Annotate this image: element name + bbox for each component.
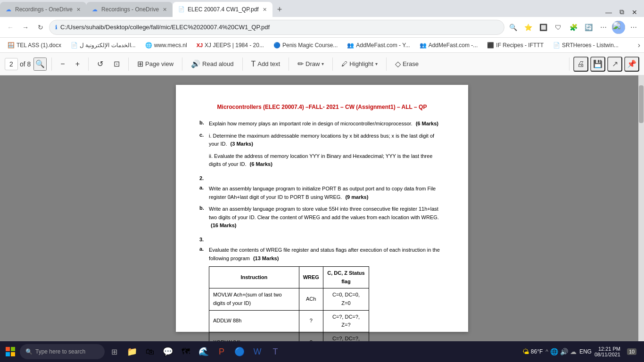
- table-header-flags: C, DC, Z Status flag: [323, 267, 369, 288]
- fit-icon: ⊡: [114, 59, 120, 68]
- tab-close-1[interactable]: ✕: [76, 7, 81, 13]
- pdf-search-button[interactable]: 🔍: [33, 58, 47, 71]
- scroll-bar[interactable]: [638, 75, 644, 341]
- pin-button[interactable]: 📌: [624, 57, 639, 72]
- reload-button[interactable]: ↻: [34, 21, 47, 34]
- edge-button[interactable]: 🌊: [195, 343, 212, 360]
- tab-recordings-1[interactable]: ☁ Recordings - OneDrive ✕: [0, 2, 86, 17]
- profile-button[interactable]: [612, 21, 625, 34]
- settings-button[interactable]: ⋯: [597, 21, 610, 34]
- read-aloud-button[interactable]: 🔊 Read aloud: [187, 58, 238, 70]
- collections-button[interactable]: 🔲: [537, 21, 550, 34]
- back-button[interactable]: ←: [4, 21, 17, 34]
- rotate-button[interactable]: ↺: [93, 58, 107, 70]
- q2b-content: Write an assembly language program to st…: [209, 205, 445, 230]
- clock[interactable]: 12:21 PM 08/11/2021: [594, 346, 620, 357]
- close-button[interactable]: ✕: [629, 8, 640, 17]
- bookmark-tel-ass[interactable]: 🪟 TEL ASS (1).docx: [4, 41, 65, 49]
- table-cell-wreg-1: ACh: [299, 288, 323, 310]
- erase-icon: ◇: [395, 59, 401, 68]
- erase-button[interactable]: ◇ Erase: [391, 58, 422, 70]
- open-button[interactable]: ↗: [607, 57, 622, 72]
- question-3a: a. Evaluate the contents of WREG file re…: [199, 246, 445, 341]
- search-icon: 🔍: [25, 348, 33, 355]
- bookmark-icon-1: 🪟: [8, 42, 15, 49]
- browser-essentials[interactable]: 🛡: [552, 21, 565, 34]
- pdf-title: Microcontrollers (ELEC 20007.4) –FALL- 2…: [199, 104, 445, 110]
- bookmark-srtheroes[interactable]: 📄 SRTHeroes - Listwin...: [549, 41, 622, 49]
- file-explorer-button[interactable]: 📁: [124, 343, 140, 360]
- tab-recordings-2[interactable]: ☁ Recordings - OneDrive ✕: [86, 2, 173, 17]
- network-icon[interactable]: 🌐: [550, 348, 558, 355]
- tab-close-3[interactable]: ✕: [263, 7, 267, 13]
- page-number-input[interactable]: [5, 58, 18, 70]
- bookmark-mecs[interactable]: 🌐 www.mecs.nl: [141, 41, 191, 49]
- whatsapp-button[interactable]: 💬: [159, 343, 176, 360]
- highlight-button[interactable]: 🖊 Highlight ▾: [338, 58, 381, 69]
- print-button[interactable]: 🖨: [573, 57, 588, 72]
- address-bar[interactable]: ℹ C:/Users/suhaib/Desktop/college/fall/m…: [49, 20, 504, 35]
- time-display: 12:21 PM: [594, 346, 620, 352]
- q1c-sub-ii-marks: (6 Marks): [250, 161, 272, 167]
- draw-button[interactable]: ✏ Draw ▾: [294, 58, 328, 70]
- bookmark-penis-magic[interactable]: 🔵 Penis Magic Course...: [270, 41, 341, 49]
- scroll-thumb[interactable]: [639, 85, 644, 123]
- whatsapp-icon: 💬: [163, 346, 173, 357]
- taskbar-search-box[interactable]: 🔍 Type here to search: [20, 344, 105, 359]
- q1c-sub-i-marks: (3 Marks): [231, 141, 253, 147]
- tab-pdf[interactable]: 📄 ELEC 20007.4 CW1_QP.pdf ✕: [173, 2, 272, 17]
- read-aloud-icon: 🔊: [191, 59, 200, 68]
- chrome-button[interactable]: 🔵: [231, 343, 248, 360]
- teams-button[interactable]: T: [267, 343, 284, 360]
- powerpoint-button[interactable]: P: [213, 343, 230, 360]
- fit-page-button[interactable]: ⊡: [110, 58, 124, 70]
- bookmarks-more-button[interactable]: ›: [638, 41, 640, 49]
- tab-favicon-1: ☁: [6, 6, 12, 13]
- minimize-button[interactable]: —: [603, 8, 615, 17]
- bookmark-if-recipes[interactable]: ⬛ IF Recipes - IFTTT: [483, 41, 547, 49]
- extensions-button[interactable]: 🧩: [567, 21, 580, 34]
- more-button[interactable]: ⋯: [627, 21, 640, 34]
- restore-button[interactable]: ⧉: [617, 7, 627, 17]
- separator-9: [569, 58, 570, 71]
- separator-1: [51, 58, 52, 71]
- bookmark-xj-jeeps[interactable]: XJ XJ JEEPS | 1984 - 20...: [193, 41, 268, 49]
- windows-logo-icon: [6, 347, 15, 356]
- new-tab-button[interactable]: +: [272, 2, 287, 17]
- q3a-text-wrap: Evaluate the contents of WREG file regis…: [209, 246, 445, 263]
- add-text-button[interactable]: T Add text: [248, 58, 284, 70]
- rotate-icon: ↺: [97, 59, 103, 68]
- system-tray: 🌤 86°F: [522, 348, 543, 355]
- q2a-marks: (9 marks): [345, 194, 368, 200]
- bookmark-label-6: AddMeFast.com - Y...: [356, 42, 410, 49]
- maps-button[interactable]: 🗺: [177, 343, 194, 360]
- word-button[interactable]: W: [249, 343, 266, 360]
- bookmark-addmefast-1[interactable]: 👥 AddMeFast.com - Y...: [343, 41, 413, 49]
- notification-button[interactable]: 10: [623, 343, 640, 360]
- table-row-2: ADDLW 88h ? C=?, DC=?, Z=?: [209, 310, 369, 332]
- date-display: 08/11/2021: [594, 352, 620, 357]
- page-view-button[interactable]: ⊞ Page view: [133, 58, 177, 70]
- forward-button[interactable]: →: [19, 21, 32, 34]
- search-button[interactable]: 🔍: [506, 21, 520, 34]
- q2b-text: Write an assembly language program to st…: [209, 206, 439, 220]
- zoom-out-button[interactable]: −: [57, 58, 68, 70]
- bookmark-khadamat[interactable]: 📄 الخدمات الإلكترونية ل...: [67, 41, 140, 49]
- tab-close-2[interactable]: ✕: [163, 7, 167, 13]
- task-view-button[interactable]: ⊞: [106, 343, 123, 360]
- sync-button[interactable]: 🔄: [582, 21, 595, 34]
- tab-favicon-3: 📄: [178, 6, 185, 13]
- microsoft-store-button[interactable]: 🛍: [141, 343, 158, 360]
- bookmark-icon-4: XJ: [197, 42, 203, 48]
- table-row-1: MOVLW Ach+(sum of last two digits of you…: [209, 288, 369, 310]
- bookmark-addmefast-2[interactable]: 👥 AddMeFast.com -...: [416, 41, 482, 49]
- table-cell-instruction-1: MOVLW Ach+(sum of last two digits of you…: [209, 288, 299, 310]
- favorites-button[interactable]: ⭐: [521, 21, 535, 34]
- zoom-in-button[interactable]: +: [72, 58, 83, 70]
- volume-icon[interactable]: 🔊: [560, 348, 568, 355]
- q1c-sub-ii: ii. Evaluate the address of memory locat…: [209, 152, 445, 169]
- start-button[interactable]: [2, 343, 19, 360]
- save-button[interactable]: 💾: [590, 57, 605, 72]
- chevron-icon[interactable]: ^: [545, 348, 548, 355]
- onedrive-icon[interactable]: ☁: [570, 348, 577, 355]
